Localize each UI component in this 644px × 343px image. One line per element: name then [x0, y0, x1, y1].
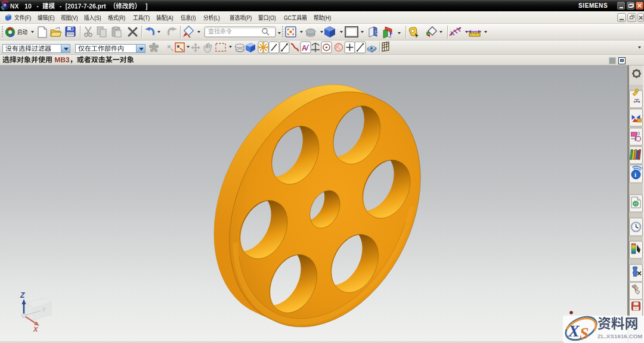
svg-text:i: i: [634, 171, 636, 178]
svg-text:A: A: [302, 44, 307, 52]
svg-text:X: X: [33, 326, 38, 333]
svg-text:Z: Z: [20, 291, 25, 300]
